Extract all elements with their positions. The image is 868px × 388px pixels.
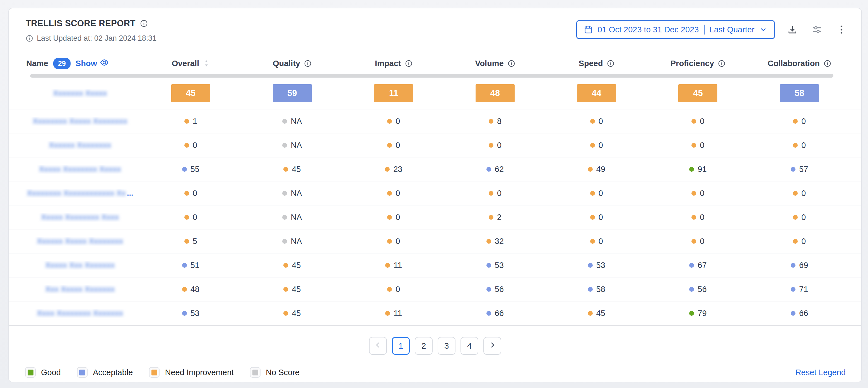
score-value: 0	[396, 141, 400, 150]
show-names-toggle[interactable]: Show	[75, 58, 109, 69]
score-status-dot	[590, 119, 595, 124]
score-value: 51	[190, 261, 199, 270]
score-status-dot	[588, 263, 593, 268]
horizontal-scrollbar-track	[9, 74, 861, 78]
score-status-dot	[588, 167, 593, 172]
legend-item-acceptable[interactable]: Acceptable	[77, 367, 133, 378]
date-preset-text: Last Quarter	[710, 25, 754, 34]
summary-score-chip[interactable]: 11	[374, 84, 413, 102]
date-range-button[interactable]: 01 Oct 2023 to 31 Dec 2023 Last Quarter	[576, 20, 775, 39]
row-name-link[interactable]: Xxxxxx Xxxxxxxx	[20, 141, 140, 150]
calendar-icon	[584, 25, 593, 34]
redacted-developer-name: Xxxxx Xxx Xxxxxxx	[45, 261, 115, 270]
score-cell: 0	[647, 117, 749, 126]
info-icon[interactable]	[824, 60, 831, 67]
score-cell: 0	[647, 213, 749, 222]
column-header-volume: Volume	[444, 59, 546, 68]
table-row[interactable]: Xxxxxxxx Xxxxxxxxxxxx Xx...0NA00000	[9, 181, 861, 205]
score-cell: 66	[749, 309, 850, 318]
score-status-dot	[282, 215, 287, 220]
eye-icon	[100, 58, 109, 69]
sort-icon[interactable]	[203, 59, 210, 67]
score-status-dot	[487, 239, 491, 244]
horizontal-scrollbar-thumb[interactable]	[30, 74, 833, 78]
score-cell: 0	[647, 189, 749, 198]
score-value: 0	[193, 189, 197, 198]
legend-label: Good	[41, 368, 61, 377]
trellis-score-report-card: TRELLIS SCORE REPORT Last Updated at: 02…	[8, 8, 862, 382]
score-value: 45	[292, 309, 301, 318]
score-value: 0	[700, 237, 704, 246]
row-name-link[interactable]: Xxxxxx Xxxxx Xxxxxxxx	[20, 237, 140, 246]
score-status-dot	[689, 311, 694, 316]
pagination-prev-button[interactable]	[369, 337, 387, 355]
score-status-dot	[387, 287, 392, 292]
pagination-page-4[interactable]: 4	[461, 337, 478, 355]
summary-score-chip[interactable]: 48	[475, 84, 515, 102]
table-row[interactable]: Xxxxx Xxx Xxxxxxx51451153536769	[9, 253, 861, 277]
info-icon[interactable]	[508, 60, 515, 67]
pagination-page-2[interactable]: 2	[415, 337, 433, 355]
summary-score-chip[interactable]: 45	[678, 84, 717, 102]
score-cell: 0	[749, 237, 850, 246]
pagination: 1234	[9, 337, 861, 355]
score-cell: 0	[343, 117, 444, 126]
redacted-developer-name: Xxxx Xxxxxxxx Xxxxxxx	[37, 309, 123, 318]
info-icon[interactable]	[718, 60, 725, 67]
info-icon[interactable]	[607, 60, 615, 67]
redacted-developer-name: Xxxxxx Xxxxx Xxxxxxxx	[37, 237, 123, 246]
score-status-dot	[489, 191, 493, 196]
summary-score-chip[interactable]: 59	[273, 84, 312, 102]
pagination-page-3[interactable]: 3	[438, 337, 456, 355]
summary-score-chip[interactable]: 44	[577, 84, 616, 102]
summary-score-chip[interactable]: 45	[171, 84, 210, 102]
download-button[interactable]	[785, 23, 799, 36]
score-value: 0	[700, 141, 704, 150]
score-status-dot	[182, 167, 187, 172]
more-options-button[interactable]	[835, 23, 848, 36]
score-value: 45	[292, 261, 301, 270]
score-value: 53	[190, 309, 199, 318]
table-row[interactable]: Xxxxxxxx Xxxxx Xxxxxxxx1NA08000	[9, 110, 861, 133]
legend-item-no-score[interactable]: No Score	[250, 367, 300, 378]
row-name-link[interactable]: Xxxx Xxxxxxxx Xxxxxxx	[20, 309, 140, 318]
summary-row[interactable]: Xxxxxxx Xxxxx 45591148444558	[9, 78, 861, 110]
column-header-overall[interactable]: Overall	[140, 59, 242, 68]
report-info-icon[interactable]	[140, 20, 148, 27]
row-name-link[interactable]: Xxxxx Xxx Xxxxxxx	[20, 261, 140, 270]
table-row[interactable]: Xxxxxx Xxxxxxxx0NA00000	[9, 133, 861, 157]
table-row[interactable]: Xxxx Xxxxxxxx Xxxxxxx53451166457966	[9, 301, 861, 326]
score-value: 11	[394, 309, 402, 318]
score-status-dot	[182, 311, 187, 316]
row-name-link[interactable]: Xxxxx Xxxxxxxx Xxxxx	[20, 165, 140, 174]
pagination-page-1[interactable]: 1	[392, 337, 410, 355]
info-icon[interactable]	[405, 60, 412, 67]
table-row[interactable]: Xxxxx Xxxxxxxx Xxxx0NA02000	[9, 205, 861, 230]
score-status-dot	[283, 287, 288, 292]
score-status-dot	[282, 239, 287, 244]
table-row[interactable]: Xxx Xxxxx Xxxxxxx4845056585671	[9, 277, 861, 301]
score-cell: 0	[749, 213, 850, 222]
row-name-link[interactable]: Xxx Xxxxx Xxxxxxx	[20, 285, 140, 294]
score-value: 62	[495, 165, 504, 174]
table-row[interactable]: Xxxxx Xxxxxxxx Xxxxx55452362499157	[9, 157, 861, 181]
pagination-next-button[interactable]	[484, 337, 501, 355]
summary-score-chip[interactable]: 58	[780, 84, 819, 102]
score-cell: 0	[546, 237, 647, 246]
row-name-link[interactable]: Xxxxxxxx Xxxxxxxxxxxx Xx...	[20, 189, 140, 198]
summary-row-name[interactable]: Xxxxxxx Xxxxx	[20, 89, 140, 98]
info-icon[interactable]	[304, 60, 312, 67]
column-label: Volume	[475, 59, 504, 68]
legend-item-need-improvement[interactable]: Need Improvement	[149, 367, 234, 378]
name-truncation-ellipsis: ...	[127, 189, 133, 198]
redacted-developer-name: Xxxxx Xxxxxxxx Xxxx	[41, 213, 119, 221]
reset-legend-link[interactable]: Reset Legend	[795, 368, 846, 377]
legend-item-good[interactable]: Good	[25, 367, 61, 378]
score-value: 5	[193, 237, 197, 246]
filter-settings-button[interactable]	[810, 23, 824, 36]
row-name-link[interactable]: Xxxxxxxx Xxxxx Xxxxxxxx	[20, 117, 140, 126]
score-cell: 0	[546, 117, 647, 126]
column-header-collaboration: Collaboration	[749, 59, 850, 68]
table-row[interactable]: Xxxxxx Xxxxx Xxxxxxxx5NA032000	[9, 230, 861, 253]
row-name-link[interactable]: Xxxxx Xxxxxxxx Xxxx	[20, 213, 140, 221]
